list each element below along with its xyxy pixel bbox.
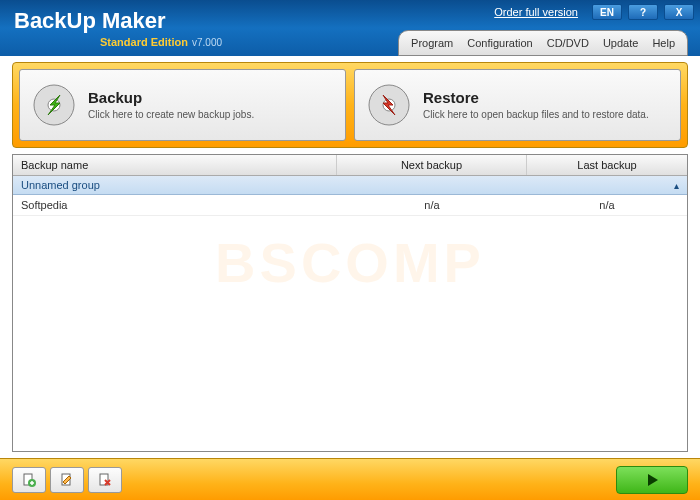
row-last: n/a [527,195,687,215]
delete-file-icon [97,472,113,488]
menu-configuration[interactable]: Configuration [467,37,532,49]
backup-disc-icon [30,81,78,129]
menu-help[interactable]: Help [652,37,675,49]
restore-title: Restore [423,89,649,106]
language-button[interactable]: EN [592,4,622,20]
help-button[interactable]: ? [628,4,658,20]
close-button[interactable]: X [664,4,694,20]
menu-update[interactable]: Update [603,37,638,49]
edit-job-button[interactable] [50,467,84,493]
backup-title: Backup [88,89,254,106]
restore-card[interactable]: Restore Click here to open backup files … [354,69,681,141]
list-body: Softpedia n/a n/a BSCOMP [13,195,687,451]
backup-list: Backup name Next backup Last backup Unna… [12,154,688,452]
table-row[interactable]: Softpedia n/a n/a [13,195,687,216]
backup-desc: Click here to create new backup jobs. [88,108,254,121]
run-backup-button[interactable] [616,466,688,494]
new-file-icon [21,472,37,488]
titlebar: BackUp Maker Standard Edition v7.000 Ord… [0,0,700,56]
collapse-icon: ▴ [674,180,679,191]
col-backup-name[interactable]: Backup name [13,155,337,175]
col-last-backup[interactable]: Last backup [527,155,687,175]
group-row[interactable]: Unnamed group ▴ [13,176,687,195]
watermark: BSCOMP [215,230,485,295]
order-full-version-link[interactable]: Order full version [494,6,578,18]
new-job-button[interactable] [12,467,46,493]
row-next: n/a [337,195,527,215]
app-title: BackUp Maker [14,8,166,34]
list-header: Backup name Next backup Last backup [13,155,687,176]
restore-desc: Click here to open backup files and to r… [423,108,649,121]
backup-card[interactable]: Backup Click here to create new backup j… [19,69,346,141]
row-name: Softpedia [13,195,337,215]
group-label: Unnamed group [21,179,100,191]
col-next-backup[interactable]: Next backup [337,155,527,175]
version-label: v7.000 [192,37,222,48]
bottombar [0,458,700,500]
restore-disc-icon [365,81,413,129]
delete-job-button[interactable] [88,467,122,493]
menu-cddvd[interactable]: CD/DVD [547,37,589,49]
menubar: Program Configuration CD/DVD Update Help [398,30,688,56]
action-panel: Backup Click here to create new backup j… [12,62,688,148]
edit-file-icon [59,472,75,488]
play-icon [644,472,660,488]
edition-label: Standard Edition [100,36,188,48]
menu-program[interactable]: Program [411,37,453,49]
